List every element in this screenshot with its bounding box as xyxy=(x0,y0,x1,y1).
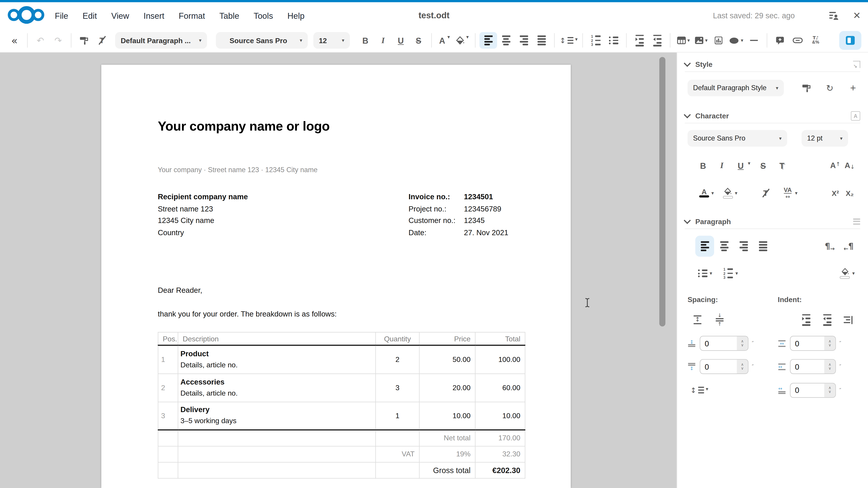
undo-icon[interactable]: ↶ xyxy=(32,32,49,48)
chevron-down-icon[interactable]: ▾ xyxy=(852,271,855,276)
font-size-dropdown[interactable]: 12 ▾ xyxy=(313,32,350,48)
font-color-icon[interactable]: A ▾ xyxy=(436,32,453,48)
align-justify-icon[interactable] xyxy=(532,32,550,48)
insert-table-icon[interactable]: ▾ xyxy=(675,32,692,48)
decrease-paragraph-spacing-icon[interactable]: ↓ ↑ xyxy=(712,312,727,328)
menu-edit[interactable]: Edit xyxy=(83,11,97,20)
close-icon[interactable]: ✕ xyxy=(853,10,861,21)
chevron-down-icon[interactable]: ▾ xyxy=(710,271,712,276)
highlight-color-icon[interactable]: ▾ xyxy=(454,32,471,48)
sidebar-font-name-dropdown[interactable]: Source Sans Pro ▾ xyxy=(688,130,787,147)
nextcloud-logo-icon[interactable] xyxy=(8,6,45,24)
align-left-icon[interactable] xyxy=(479,32,497,48)
ordered-list-icon[interactable]: 1 2 3 xyxy=(721,266,736,281)
subscript-icon[interactable]: X₂ xyxy=(842,185,857,201)
line-spacing-icon[interactable]: ↕ ▾ xyxy=(559,32,579,48)
paragraph-background-color-icon[interactable] xyxy=(838,266,852,281)
increase-indent-icon[interactable] xyxy=(799,312,813,328)
paragraph-ltr-icon[interactable]: ¶→ xyxy=(823,238,837,254)
stepper[interactable]: ∧∨ xyxy=(737,360,748,373)
sidebar-toggle-icon[interactable] xyxy=(839,31,862,50)
menu-table[interactable]: Table xyxy=(219,11,239,20)
paragraph-section-header[interactable]: Paragraph xyxy=(685,214,860,229)
character-spacing-icon[interactable]: VA ↔ xyxy=(780,185,795,201)
character-dialog-icon[interactable]: A xyxy=(851,111,860,121)
font-color-icon[interactable]: A xyxy=(697,185,711,201)
spacing-below-input[interactable]: 0 ∧∨ xyxy=(700,359,749,374)
menu-help[interactable]: Help xyxy=(287,11,305,20)
sidebar-font-size-dropdown[interactable]: 12 pt ▾ xyxy=(802,130,848,147)
underline-icon[interactable]: U xyxy=(392,32,410,48)
chevron-down-icon[interactable]: ▾ xyxy=(711,190,714,196)
stepper[interactable]: ∧∨ xyxy=(737,336,748,350)
italic-icon[interactable]: I xyxy=(715,158,729,173)
clone-formatting-icon[interactable] xyxy=(799,80,814,96)
clear-formatting-icon[interactable]: T xyxy=(93,32,111,48)
first-line-indent-input[interactable]: 0 ∧∨ xyxy=(790,383,836,397)
decrease-indent-icon[interactable] xyxy=(820,312,834,328)
collapse-toolbar-icon[interactable]: « xyxy=(5,32,23,48)
menu-insert[interactable]: Insert xyxy=(144,11,164,20)
align-center-icon[interactable] xyxy=(497,32,515,48)
paragraph-style-dropdown[interactable]: Default Paragraph ... ▾ xyxy=(115,32,207,48)
menu-format[interactable]: Format xyxy=(179,11,205,20)
clear-formatting-icon[interactable]: T xyxy=(758,185,773,201)
paragraph-rtl-icon[interactable]: ←¶ xyxy=(841,238,856,254)
hanging-indent-icon[interactable] xyxy=(841,312,855,328)
unordered-list-icon[interactable] xyxy=(604,32,622,48)
font-name-dropdown[interactable]: Source Sans Pro ▾ xyxy=(216,32,308,48)
chevron-down-icon[interactable]: ▾ xyxy=(748,160,750,166)
chevron-down-icon[interactable]: ▾ xyxy=(735,190,737,196)
update-style-icon[interactable]: ↻ xyxy=(823,80,837,96)
clone-formatting-icon[interactable] xyxy=(75,32,93,48)
decrease-indent-icon[interactable] xyxy=(649,32,666,48)
user-list-icon[interactable] xyxy=(829,11,839,20)
menu-file[interactable]: File xyxy=(55,11,68,20)
line-spacing-icon[interactable]: ↕ ▾ xyxy=(690,382,708,398)
vertical-scrollbar[interactable] xyxy=(659,57,665,326)
style-select-dropdown[interactable]: Default Paragraph Style ▾ xyxy=(688,80,784,96)
shrink-font-icon[interactable]: A↓ xyxy=(842,158,857,173)
increase-paragraph-spacing-icon[interactable]: ↕ xyxy=(690,312,705,328)
ordered-list-icon[interactable]: 1 2 3 xyxy=(587,32,604,48)
strikethrough-icon[interactable]: S xyxy=(756,158,770,173)
new-style-icon[interactable]: + xyxy=(846,80,860,96)
italic-icon[interactable]: I xyxy=(374,32,392,48)
grow-font-icon[interactable]: A↑ xyxy=(828,158,843,173)
insert-comment-icon[interactable] xyxy=(772,32,789,48)
paragraph-dialog-icon[interactable] xyxy=(853,218,860,224)
stepper[interactable]: ∧∨ xyxy=(825,360,835,373)
menu-tools[interactable]: Tools xyxy=(254,11,273,20)
align-left-icon[interactable] xyxy=(695,236,714,257)
align-right-icon[interactable] xyxy=(734,236,753,257)
bold-icon[interactable]: B xyxy=(356,32,374,48)
document-page[interactable]: Your company name or logo Your company ·… xyxy=(101,65,571,488)
insert-chart-icon[interactable] xyxy=(710,32,727,48)
insert-shape-icon[interactable]: ▾ xyxy=(727,32,745,48)
underline-icon[interactable]: U xyxy=(734,158,748,173)
style-dialog-launcher-icon[interactable]: ↘ xyxy=(853,61,860,68)
stepper[interactable]: ∧∨ xyxy=(825,383,835,397)
chevron-down-icon[interactable]: ▾ xyxy=(736,271,738,276)
insert-hyperlink-icon[interactable] xyxy=(789,32,807,48)
style-section-header[interactable]: Style ↘ xyxy=(685,57,860,71)
menu-view[interactable]: View xyxy=(111,11,129,20)
indent-before-input[interactable]: 0 ∧∨ xyxy=(790,336,836,351)
highlight-color-icon[interactable] xyxy=(720,185,735,201)
bold-icon[interactable]: B xyxy=(696,158,710,173)
align-center-icon[interactable] xyxy=(715,236,734,257)
special-character-icon[interactable]: T♪ &% xyxy=(807,32,825,48)
unordered-list-icon[interactable] xyxy=(695,266,710,281)
align-justify-icon[interactable] xyxy=(753,236,772,257)
document-canvas[interactable]: Your company name or logo Your company ·… xyxy=(0,53,677,488)
increase-indent-icon[interactable] xyxy=(631,32,648,48)
strikethrough-icon[interactable]: S xyxy=(410,32,427,48)
chevron-down-icon[interactable]: ▾ xyxy=(795,190,798,196)
spacing-above-input[interactable]: 0 ∧∨ xyxy=(700,336,749,351)
stepper[interactable]: ∧∨ xyxy=(825,336,835,350)
align-right-icon[interactable] xyxy=(515,32,532,48)
character-section-header[interactable]: Character A xyxy=(685,108,860,123)
superscript-icon[interactable]: X² xyxy=(828,185,843,201)
redo-icon[interactable]: ↷ xyxy=(49,32,67,48)
insert-image-icon[interactable]: ▾ xyxy=(692,32,710,48)
